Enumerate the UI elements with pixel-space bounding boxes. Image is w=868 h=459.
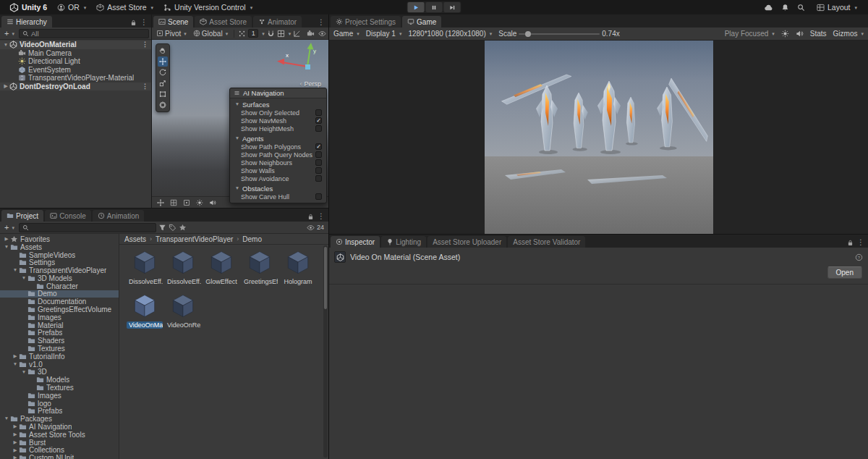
layout-dropdown[interactable]: Layout ▾ — [813, 3, 861, 12]
project-tree-item[interactable]: SampleVideos — [0, 251, 119, 259]
project-tree-item[interactable]: ▶Favorites — [0, 235, 119, 243]
transform-tool-button[interactable] — [158, 100, 168, 110]
foldout-icon[interactable]: ▼ — [234, 102, 241, 107]
project-tree-item[interactable]: Documentation — [0, 298, 119, 306]
panel-menu-icon[interactable]: ⋮ — [318, 213, 325, 220]
expander-icon[interactable]: ▶ — [2, 84, 9, 89]
search-icon[interactable] — [797, 4, 805, 12]
tab-game[interactable]: Game — [402, 16, 441, 28]
project-tree-item[interactable]: ▼3D — [0, 369, 119, 376]
expander-icon[interactable]: ▼ — [3, 245, 10, 250]
project-tree-item[interactable]: ▶Custom NUnit — [0, 454, 119, 459]
project-tree-item[interactable]: Shaders — [0, 337, 119, 345]
rotate-tool-button[interactable] — [158, 67, 168, 77]
pause-button[interactable] — [426, 2, 443, 12]
nav-toggle-row[interactable]: Show HeightMesh — [230, 125, 326, 132]
camera-settings-icon[interactable] — [307, 30, 315, 38]
account-menu[interactable]: OR ▾ — [54, 0, 90, 14]
nav-section-header[interactable]: ▼Agents — [230, 134, 326, 143]
vsync-sun-icon[interactable] — [781, 30, 789, 38]
checkbox[interactable]: ✓ — [315, 143, 322, 150]
measure-tool-icon[interactable] — [293, 30, 301, 38]
scale-slider[interactable] — [519, 33, 600, 35]
expander-icon[interactable]: ▼ — [12, 362, 19, 367]
asset-item[interactable]: VideoOnMa... — [128, 292, 161, 329]
asset-item[interactable]: VideoOnRe... — [166, 292, 200, 329]
expander-icon[interactable]: ▶ — [12, 455, 19, 459]
resolution-dropdown[interactable]: 1280*1080 (1280x1080) ▾ — [408, 30, 492, 38]
scale-slider-knob[interactable] — [525, 31, 531, 37]
panel-menu-icon[interactable]: ⋮ — [140, 19, 148, 26]
project-tree-item[interactable]: ▼Packages — [0, 415, 119, 423]
project-tree-item[interactable]: Material — [0, 321, 119, 329]
panel-menu-icon[interactable]: ⋮ — [857, 239, 864, 246]
nav-toggle-row[interactable]: Show Path Query Nodes — [230, 151, 326, 159]
project-tree-item[interactable]: Models — [0, 376, 119, 384]
hierarchy-item-row[interactable]: Main Camera — [0, 49, 151, 58]
snap-magnet-icon[interactable] — [267, 30, 275, 38]
open-button[interactable]: Open — [827, 266, 862, 279]
asset-item[interactable]: Hologram — [281, 248, 315, 285]
chevron-down-icon[interactable]: ▾ — [262, 31, 265, 36]
project-tree-item[interactable]: logo — [0, 400, 119, 408]
nav-section-header[interactable]: ▼Surfaces — [230, 100, 326, 109]
breadcrumb-folder[interactable]: TransparentVideoPlayer — [156, 235, 233, 243]
scene-options-icon[interactable]: ⋮ — [142, 41, 148, 48]
checkbox[interactable]: ✓ — [315, 117, 322, 124]
overlay-lighting-icon[interactable] — [196, 199, 203, 206]
rect-tool-button[interactable] — [158, 89, 168, 99]
expander-icon[interactable]: ▼ — [20, 276, 27, 281]
asset-item[interactable]: GreetingsEf... — [243, 248, 276, 285]
overlay-audio-icon[interactable] — [209, 199, 216, 206]
tab-project[interactable]: Project — [1, 210, 43, 222]
checkbox[interactable] — [315, 159, 322, 166]
breadcrumb-current[interactable]: Demo — [242, 235, 262, 243]
project-tree-item[interactable]: Character — [0, 282, 119, 290]
nav-toggle-row[interactable]: Show NavMesh✓ — [230, 117, 326, 125]
hierarchy-scene-row[interactable]: ▶DontDestroyOnLoad⋮ — [0, 83, 151, 91]
checkbox[interactable] — [315, 151, 322, 158]
project-tree-item[interactable]: Textures — [0, 384, 119, 392]
tab-asset-store-uploader[interactable]: Asset Store Uploader — [427, 236, 506, 248]
project-scrollbar[interactable] — [323, 245, 328, 458]
cloud-icon[interactable] — [764, 4, 773, 11]
nav-toggle-row[interactable]: Show Path Polygons✓ — [230, 143, 326, 151]
checkbox[interactable] — [315, 109, 322, 116]
game-viewport[interactable] — [329, 41, 868, 234]
hierarchy-item-row[interactable]: EventSystem — [0, 66, 151, 75]
foldout-icon[interactable]: ▼ — [234, 136, 241, 141]
project-tree-item[interactable]: Textures — [0, 345, 119, 353]
lock-icon[interactable] — [307, 214, 314, 220]
favorite-search-icon[interactable] — [179, 224, 187, 232]
overlay-move-icon[interactable] — [157, 199, 164, 206]
tab-asset-store-validator[interactable]: Asset Store Validator — [508, 236, 585, 248]
project-tree-item[interactable]: ▶Burst — [0, 439, 119, 447]
checkbox[interactable] — [315, 193, 322, 200]
gizmos-dropdown[interactable]: Gizmos ▾ — [833, 30, 864, 38]
notification-bell-icon[interactable] — [781, 4, 789, 12]
scrollbar-thumb[interactable] — [324, 247, 327, 309]
orientation-dropdown[interactable]: Global ▾ — [191, 28, 230, 38]
stats-button[interactable]: Stats — [810, 30, 827, 38]
project-tree-item[interactable]: Prefabs — [0, 329, 119, 337]
game-mode-dropdown[interactable]: Game ▾ — [333, 30, 359, 38]
project-tree-item[interactable]: ▶AI Navigation — [0, 423, 119, 431]
scene-viewport[interactable]: x y ‹ Persp — [152, 40, 328, 208]
expander-icon[interactable]: ▶ — [12, 424, 19, 429]
pivot-dropdown[interactable]: Pivot ▾ — [154, 28, 189, 38]
project-tree-item[interactable]: ▼TransparentVideoPlayer — [0, 266, 119, 274]
tab-scene[interactable]: Scene — [153, 16, 193, 28]
tab-animation[interactable]: Animation — [93, 210, 144, 222]
expander-icon[interactable]: ▼ — [20, 370, 27, 375]
hierarchy-search-input[interactable]: All — [19, 29, 149, 38]
expander-icon[interactable]: ▼ — [2, 43, 9, 48]
nav-toggle-row[interactable]: Show Walls — [230, 167, 326, 174]
create-object-button[interactable]: + ▾ — [2, 28, 17, 38]
hidden-packages-eye-icon[interactable] — [307, 224, 315, 232]
tab-animator[interactable]: Animator — [253, 16, 302, 28]
breadcrumb-assets[interactable]: Assets — [124, 235, 146, 243]
grid-size-field[interactable]: 1 — [248, 29, 258, 38]
checkbox[interactable] — [315, 167, 322, 174]
projection-toggle[interactable]: ‹ Persp — [299, 80, 321, 88]
nav-toggle-row[interactable]: Show Avoidance — [230, 174, 326, 182]
